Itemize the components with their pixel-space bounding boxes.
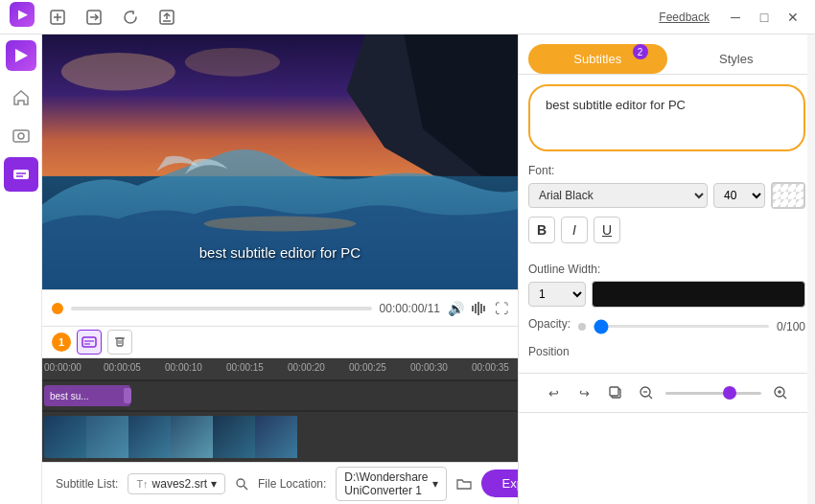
import-button[interactable] [81,4,107,31]
opacity-row: Opacity: 0/100 [528,317,805,335]
minimize-button[interactable]: ─ [723,5,748,30]
fullscreen-button[interactable]: ⛶ [495,301,508,316]
tab-subtitles-label: Subtitles [573,52,621,66]
svg-line-42 [783,396,786,399]
svg-rect-11 [13,170,29,179]
video-frame-6 [255,416,297,458]
video-subtitle-overlay: best subtitle editor for PC [42,244,518,261]
svg-rect-29 [117,338,123,346]
waveform-icon[interactable] [472,301,487,316]
svg-rect-35 [610,387,618,396]
search-subtitle-button[interactable] [235,471,248,496]
right-scrollbar[interactable] [807,34,815,504]
maximize-button[interactable]: □ [752,5,777,30]
video-strip [44,416,322,458]
close-button[interactable]: ✕ [780,5,805,30]
zoom-in-button[interactable] [769,381,792,404]
progress-bar[interactable] [71,307,372,310]
svg-line-33 [244,486,247,490]
outline-width-label: Outline Width: [528,263,805,276]
zoom-out-button[interactable] [635,381,658,404]
ruler-tick-6: 00:00:30 [410,362,448,373]
sidebar-item-media[interactable] [4,119,38,153]
outline-width-select[interactable]: 1 2 3 [528,282,586,307]
redo-button[interactable]: ↪ [573,381,596,404]
title-bar: ▶ [0,0,815,34]
video-frame-2 [86,416,128,458]
title-bar-left: ▶ [10,2,180,33]
font-color-picker[interactable] [771,182,805,209]
subtitle-track-button[interactable] [77,330,102,355]
opacity-slider[interactable] [594,325,769,328]
underline-button[interactable]: U [594,217,620,243]
app-logo-sidebar [6,40,36,71]
delete-button[interactable] [107,330,132,355]
position-section: Position [519,345,815,373]
subtitle-text-input[interactable]: best subtitle editor for PC [528,84,805,151]
main-layout: best subtitle editor for PC 00:00:00/11 … [0,34,815,504]
subtitle-file-dropdown[interactable]: T↑ waves2.srt ▾ [128,473,225,494]
subtitle-clip[interactable]: best su... [44,385,130,406]
subtitle-file-name: waves2.srt [152,477,207,491]
bold-button[interactable]: B [528,217,555,243]
right-panel: Subtitles 2 Styles best subtitle editor … [518,34,815,504]
font-size-select[interactable]: 40 36 48 [713,183,765,208]
tab-subtitles[interactable]: Subtitles 2 [528,44,667,74]
timeline-toolbar: 1 [42,326,518,358]
video-area: best subtitle editor for PC [42,34,518,289]
svg-rect-9 [13,130,29,142]
export-button[interactable]: Export [481,470,519,497]
subtitle-editor-area: best subtitle editor for PC [519,75,815,164]
file-location-label: File Location: [258,477,326,491]
svg-line-38 [649,396,652,399]
video-frame-4 [171,416,213,458]
position-label: Position [528,345,805,358]
ruler-tick-1: 00:00:05 [104,362,141,373]
subtitle-track: best su... [42,381,518,410]
playhead-indicator[interactable] [52,303,63,314]
font-section: Font: Arial Black Arial Times New Roman … [519,164,815,263]
svg-rect-21 [472,306,474,311]
app-logo: ▶ [10,2,35,27]
sidebar [0,34,42,504]
tab-styles-label: Styles [719,52,753,66]
timeline-badge: 1 [52,332,71,352]
opacity-label: Opacity: [528,317,570,331]
zoom-slider[interactable] [665,392,761,395]
right-panel-tabs: Subtitles 2 Styles [519,34,815,75]
ruler-tick-7: 00:00:35 [472,362,509,373]
svg-rect-22 [475,304,477,313]
svg-rect-24 [480,304,482,313]
export-tool-button[interactable] [153,4,180,31]
outline-section: Outline Width: 1 2 3 [519,263,815,317]
svg-rect-26 [82,337,96,347]
svg-point-10 [18,133,24,139]
undo-button[interactable]: ↩ [543,381,566,404]
audio-icon[interactable]: 🔊 [448,301,464,316]
svg-rect-25 [483,306,485,311]
sidebar-item-subtitle[interactable] [4,157,38,192]
time-display: 00:00:00/11 [380,302,440,315]
outline-color-picker[interactable] [592,281,805,308]
italic-button[interactable]: I [561,217,588,243]
text-format-buttons: B I U [528,217,805,243]
svg-point-32 [237,479,244,487]
opacity-indicator [578,323,586,331]
ruler-tick-4: 00:00:20 [288,362,325,373]
svg-marker-8 [15,49,28,62]
tab-styles[interactable]: Styles [667,44,806,74]
file-location-dropdown[interactable]: D:\Wondershare UniConverter 1 ▾ [336,467,446,501]
refresh-button[interactable] [117,4,144,31]
ruler-tick-3: 00:00:15 [226,362,264,373]
ruler-tick-5: 00:00:25 [349,362,386,373]
copy-button[interactable] [604,381,627,404]
sidebar-item-home[interactable] [4,80,38,115]
browse-folder-button[interactable] [456,471,472,496]
feedback-link[interactable]: Feedback [659,11,710,24]
new-project-button[interactable] [44,4,71,31]
center-panel: best subtitle editor for PC 00:00:00/11 … [42,34,518,504]
svg-point-18 [204,217,357,232]
svg-point-20 [185,48,280,77]
svg-rect-23 [477,302,479,315]
font-family-select[interactable]: Arial Black Arial Times New Roman [528,183,708,208]
